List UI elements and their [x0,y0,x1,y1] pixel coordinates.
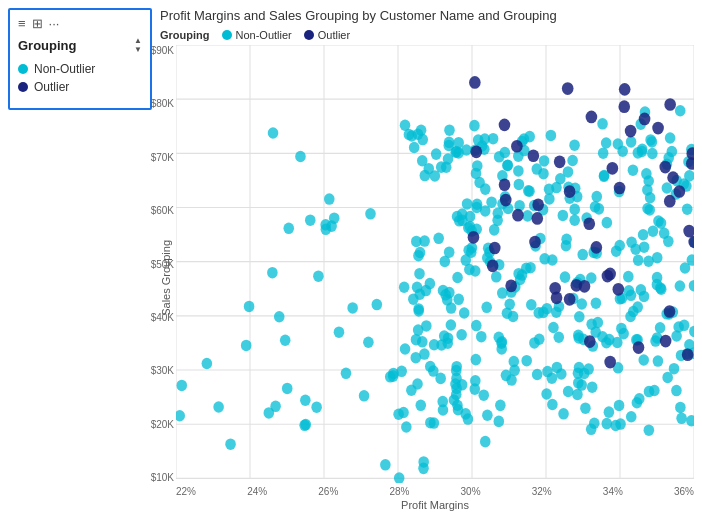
svg-point-372 [634,393,645,405]
svg-point-29 [604,406,615,418]
svg-point-295 [639,291,650,303]
svg-point-127 [414,268,425,280]
svg-point-273 [648,225,659,237]
panel-box: ≡ ⊞ ··· Grouping ▲ ▼ Non-Outlier Outlier [8,8,152,110]
svg-point-221 [662,182,673,194]
svg-point-344 [610,420,621,432]
svg-point-502 [604,356,616,369]
svg-point-414 [313,270,324,282]
svg-point-217 [652,272,663,284]
svg-point-390 [680,262,691,274]
svg-point-23 [626,136,637,148]
svg-point-310 [552,362,563,374]
svg-point-318 [558,408,569,420]
svg-point-164 [641,168,652,180]
svg-point-165 [453,294,464,306]
svg-point-451 [618,100,630,113]
svg-point-438 [442,294,453,306]
legend-item-non-outlier[interactable]: Non-Outlier [18,62,142,76]
svg-point-332 [462,198,473,210]
svg-point-187 [689,326,694,338]
svg-point-342 [624,285,635,297]
y-tick-60k: $60K [134,205,174,216]
svg-point-360 [324,193,335,205]
svg-point-326 [513,165,524,177]
svg-point-268 [612,337,623,349]
svg-point-391 [268,127,279,139]
svg-point-346 [365,208,376,220]
svg-point-107 [653,355,664,367]
svg-point-479 [505,280,517,293]
svg-point-409 [503,159,514,171]
svg-point-68 [647,148,658,160]
svg-point-487 [591,241,603,254]
svg-point-160 [662,372,673,384]
svg-point-437 [460,254,471,266]
svg-point-308 [597,331,608,343]
svg-point-357 [409,142,420,154]
svg-point-480 [583,217,595,230]
svg-point-436 [380,459,391,471]
svg-point-382 [539,155,550,167]
menu-icon[interactable]: ≡ [18,16,26,31]
svg-point-212 [463,244,474,256]
svg-point-204 [644,204,655,216]
svg-point-400 [404,129,415,141]
svg-point-430 [454,215,465,227]
x-tick-28: 28% [389,486,409,497]
svg-point-105 [497,287,508,299]
svg-point-291 [628,164,639,176]
svg-point-393 [451,389,462,401]
svg-point-399 [425,417,436,429]
svg-point-394 [416,124,427,136]
more-icon[interactable]: ··· [49,16,60,31]
legend-item-outlier[interactable]: Outlier [18,80,142,94]
svg-point-213 [586,318,597,330]
y-tick-30k: $30K [134,365,174,376]
svg-point-375 [282,383,293,395]
svg-point-386 [300,419,311,431]
svg-point-426 [213,401,224,413]
svg-point-274 [533,307,544,319]
svg-point-443 [176,380,187,392]
svg-point-20 [580,402,591,414]
svg-point-453 [511,140,523,153]
svg-point-377 [551,307,562,319]
svg-point-205 [471,320,482,332]
svg-point-132 [480,183,491,195]
svg-point-435 [241,340,252,352]
svg-point-463 [499,178,511,191]
svg-point-434 [401,421,412,433]
svg-point-464 [562,82,574,95]
svg-point-286 [551,182,562,194]
svg-point-173 [560,271,571,283]
svg-point-216 [456,329,467,341]
arrow-up-icon[interactable]: ▲ [134,37,142,45]
svg-point-169 [488,133,499,145]
y-tick-50k: $50K [134,259,174,270]
svg-point-429 [225,438,236,450]
svg-point-324 [441,162,452,174]
y-tick-70k: $70K [134,152,174,163]
chart-title: Profit Margins and Sales Grouping by Cus… [160,8,694,23]
svg-point-432 [202,358,213,370]
svg-point-243 [413,250,424,262]
grid-icon[interactable]: ⊞ [32,16,43,31]
svg-point-333 [558,210,569,222]
x-tick-30: 30% [461,486,481,497]
svg-point-416 [283,223,294,235]
svg-point-450 [664,305,676,318]
svg-point-489 [584,335,596,348]
svg-point-157 [645,192,656,204]
svg-point-325 [497,336,508,348]
svg-point-306 [443,140,454,152]
svg-point-498 [659,161,671,174]
svg-point-388 [264,407,275,419]
svg-point-195 [676,413,687,425]
svg-point-500 [586,111,598,124]
svg-point-485 [564,293,576,306]
svg-point-314 [476,331,487,343]
svg-point-358 [440,256,451,268]
svg-point-158 [611,245,622,257]
svg-point-271 [417,155,428,167]
